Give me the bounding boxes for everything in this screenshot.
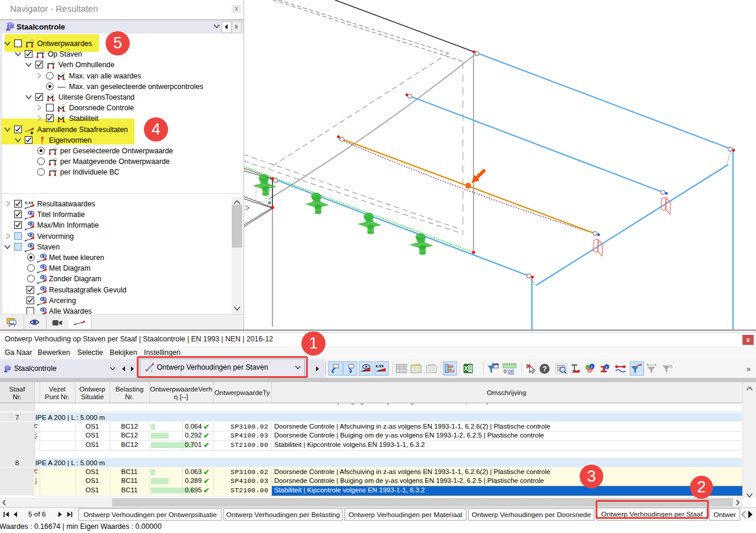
svg-text:i: i (591, 364, 593, 369)
svg-text:x.xx: x.xx (25, 200, 34, 205)
svg-text:0.00: 0.00 (504, 369, 514, 374)
svg-text:2: 2 (35, 435, 37, 439)
svg-text:?: ? (543, 365, 547, 373)
svg-text:2: 2 (35, 480, 37, 485)
svg-text:X: X (464, 366, 468, 372)
svg-text:i: i (606, 365, 607, 369)
svg-text:x.xx: x.xx (376, 364, 384, 368)
